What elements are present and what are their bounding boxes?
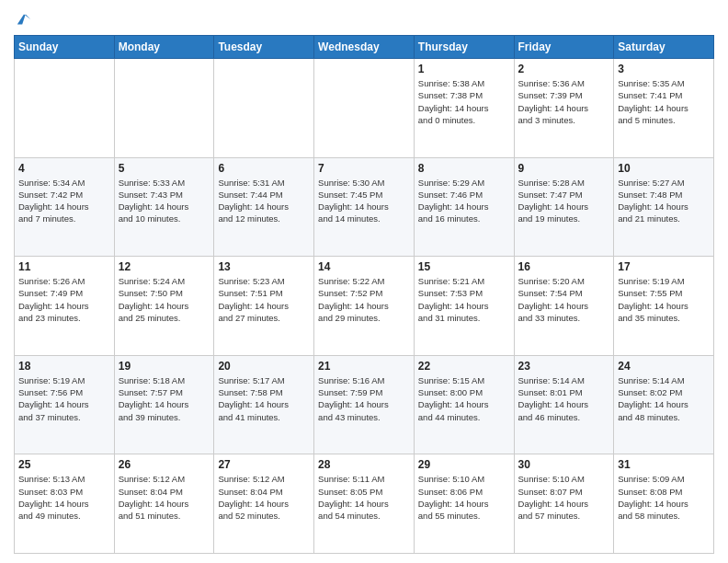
day-of-week-header: Tuesday — [214, 36, 314, 59]
day-number: 8 — [418, 162, 510, 175]
day-number: 17 — [618, 260, 710, 273]
day-number: 21 — [318, 360, 410, 373]
day-number: 5 — [119, 162, 210, 175]
calendar-week-row: 11Sunrise: 5:26 AM Sunset: 7:49 PM Dayli… — [15, 257, 714, 356]
logo — [14, 13, 32, 28]
calendar-cell: 20Sunrise: 5:17 AM Sunset: 7:58 PM Dayli… — [214, 355, 314, 454]
calendar-cell: 18Sunrise: 5:19 AM Sunset: 7:56 PM Dayli… — [15, 355, 115, 454]
day-info: Sunrise: 5:20 AM Sunset: 7:54 PM Dayligh… — [518, 275, 610, 324]
day-info: Sunrise: 5:14 AM Sunset: 8:01 PM Dayligh… — [518, 374, 610, 423]
day-number: 14 — [318, 260, 410, 273]
page: SundayMondayTuesdayWednesdayThursdayFrid… — [0, 0, 728, 563]
day-number: 2 — [518, 63, 610, 75]
day-info: Sunrise: 5:11 AM Sunset: 8:05 PM Dayligh… — [318, 473, 410, 522]
day-number: 28 — [318, 458, 410, 471]
day-number: 15 — [418, 260, 510, 273]
day-number: 4 — [18, 162, 110, 175]
calendar-cell: 31Sunrise: 5:09 AM Sunset: 8:08 PM Dayli… — [614, 454, 714, 554]
day-info: Sunrise: 5:27 AM Sunset: 7:48 PM Dayligh… — [618, 177, 710, 225]
day-number: 30 — [518, 458, 610, 471]
calendar-cell: 4Sunrise: 5:34 AM Sunset: 7:42 PM Daylig… — [15, 157, 115, 257]
day-number: 7 — [318, 162, 410, 175]
calendar-cell: 1Sunrise: 5:38 AM Sunset: 7:38 PM Daylig… — [414, 59, 514, 158]
logo-icon — [16, 11, 32, 28]
calendar-cell: 25Sunrise: 5:13 AM Sunset: 8:03 PM Dayli… — [15, 454, 115, 554]
day-info: Sunrise: 5:30 AM Sunset: 7:45 PM Dayligh… — [318, 177, 410, 225]
header — [14, 9, 714, 28]
day-number: 3 — [618, 63, 710, 75]
day-info: Sunrise: 5:22 AM Sunset: 7:52 PM Dayligh… — [318, 275, 410, 324]
calendar-cell: 11Sunrise: 5:26 AM Sunset: 7:49 PM Dayli… — [15, 257, 115, 356]
calendar-cell: 10Sunrise: 5:27 AM Sunset: 7:48 PM Dayli… — [614, 157, 714, 257]
calendar-cell: 15Sunrise: 5:21 AM Sunset: 7:53 PM Dayli… — [414, 257, 514, 356]
day-number: 18 — [18, 360, 110, 373]
day-info: Sunrise: 5:19 AM Sunset: 7:55 PM Dayligh… — [618, 275, 710, 324]
day-of-week-header: Monday — [114, 36, 214, 59]
day-info: Sunrise: 5:31 AM Sunset: 7:44 PM Dayligh… — [218, 177, 310, 225]
day-info: Sunrise: 5:19 AM Sunset: 7:56 PM Dayligh… — [18, 374, 110, 423]
calendar-cell — [214, 59, 314, 158]
day-number: 11 — [18, 260, 110, 273]
calendar-cell — [15, 59, 115, 158]
calendar-cell — [314, 59, 415, 158]
day-info: Sunrise: 5:28 AM Sunset: 7:47 PM Dayligh… — [518, 177, 610, 225]
calendar-cell — [114, 59, 214, 158]
calendar-cell: 22Sunrise: 5:15 AM Sunset: 8:00 PM Dayli… — [414, 355, 514, 454]
day-number: 9 — [518, 162, 610, 175]
day-of-week-header: Thursday — [414, 36, 514, 59]
day-number: 23 — [518, 360, 610, 373]
calendar-cell: 5Sunrise: 5:33 AM Sunset: 7:43 PM Daylig… — [114, 157, 214, 257]
calendar-cell: 21Sunrise: 5:16 AM Sunset: 7:59 PM Dayli… — [314, 355, 415, 454]
day-info: Sunrise: 5:10 AM Sunset: 8:06 PM Dayligh… — [418, 473, 510, 522]
day-of-week-header: Friday — [514, 36, 614, 59]
day-number: 20 — [218, 360, 310, 373]
day-info: Sunrise: 5:33 AM Sunset: 7:43 PM Dayligh… — [119, 177, 210, 225]
day-info: Sunrise: 5:26 AM Sunset: 7:49 PM Dayligh… — [18, 275, 110, 324]
calendar-cell: 13Sunrise: 5:23 AM Sunset: 7:51 PM Dayli… — [214, 257, 314, 356]
day-info: Sunrise: 5:38 AM Sunset: 7:38 PM Dayligh… — [418, 77, 510, 126]
day-info: Sunrise: 5:34 AM Sunset: 7:42 PM Dayligh… — [18, 177, 110, 225]
day-info: Sunrise: 5:12 AM Sunset: 8:04 PM Dayligh… — [218, 473, 310, 522]
calendar-cell: 26Sunrise: 5:12 AM Sunset: 8:04 PM Dayli… — [114, 454, 214, 554]
calendar-cell: 24Sunrise: 5:14 AM Sunset: 8:02 PM Dayli… — [614, 355, 714, 454]
calendar-week-row: 25Sunrise: 5:13 AM Sunset: 8:03 PM Dayli… — [15, 454, 714, 554]
calendar-cell: 2Sunrise: 5:36 AM Sunset: 7:39 PM Daylig… — [514, 59, 614, 158]
calendar-cell: 14Sunrise: 5:22 AM Sunset: 7:52 PM Dayli… — [314, 257, 415, 356]
calendar-cell: 19Sunrise: 5:18 AM Sunset: 7:57 PM Dayli… — [114, 355, 214, 454]
day-number: 6 — [218, 162, 310, 175]
day-number: 22 — [418, 360, 510, 373]
day-number: 1 — [418, 63, 510, 75]
day-info: Sunrise: 5:16 AM Sunset: 7:59 PM Dayligh… — [318, 374, 410, 423]
day-info: Sunrise: 5:35 AM Sunset: 7:41 PM Dayligh… — [618, 77, 710, 126]
calendar-cell: 8Sunrise: 5:29 AM Sunset: 7:46 PM Daylig… — [414, 157, 514, 257]
calendar-week-row: 1Sunrise: 5:38 AM Sunset: 7:38 PM Daylig… — [15, 59, 714, 158]
calendar-cell: 17Sunrise: 5:19 AM Sunset: 7:55 PM Dayli… — [614, 257, 714, 356]
calendar-cell: 6Sunrise: 5:31 AM Sunset: 7:44 PM Daylig… — [214, 157, 314, 257]
calendar-cell: 12Sunrise: 5:24 AM Sunset: 7:50 PM Dayli… — [114, 257, 214, 356]
calendar-week-row: 4Sunrise: 5:34 AM Sunset: 7:42 PM Daylig… — [15, 157, 714, 257]
day-info: Sunrise: 5:18 AM Sunset: 7:57 PM Dayligh… — [119, 374, 210, 423]
calendar-cell: 28Sunrise: 5:11 AM Sunset: 8:05 PM Dayli… — [314, 454, 415, 554]
day-number: 29 — [418, 458, 510, 471]
calendar-cell: 27Sunrise: 5:12 AM Sunset: 8:04 PM Dayli… — [214, 454, 314, 554]
day-of-week-header: Wednesday — [314, 36, 415, 59]
day-info: Sunrise: 5:21 AM Sunset: 7:53 PM Dayligh… — [418, 275, 510, 324]
logo-text — [14, 13, 32, 28]
day-info: Sunrise: 5:29 AM Sunset: 7:46 PM Dayligh… — [418, 177, 510, 225]
day-number: 12 — [119, 260, 210, 273]
day-number: 31 — [618, 458, 710, 471]
day-info: Sunrise: 5:09 AM Sunset: 8:08 PM Dayligh… — [618, 473, 710, 522]
day-number: 25 — [18, 458, 110, 471]
calendar-table: SundayMondayTuesdayWednesdayThursdayFrid… — [14, 35, 714, 554]
day-number: 26 — [119, 458, 210, 471]
day-info: Sunrise: 5:15 AM Sunset: 8:00 PM Dayligh… — [418, 374, 510, 423]
day-number: 10 — [618, 162, 710, 175]
calendar-cell: 9Sunrise: 5:28 AM Sunset: 7:47 PM Daylig… — [514, 157, 614, 257]
day-info: Sunrise: 5:14 AM Sunset: 8:02 PM Dayligh… — [618, 374, 710, 423]
day-info: Sunrise: 5:13 AM Sunset: 8:03 PM Dayligh… — [18, 473, 110, 522]
day-info: Sunrise: 5:12 AM Sunset: 8:04 PM Dayligh… — [119, 473, 210, 522]
svg-marker-0 — [17, 15, 30, 25]
calendar-week-row: 18Sunrise: 5:19 AM Sunset: 7:56 PM Dayli… — [15, 355, 714, 454]
day-number: 24 — [618, 360, 710, 373]
calendar-cell: 30Sunrise: 5:10 AM Sunset: 8:07 PM Dayli… — [514, 454, 614, 554]
